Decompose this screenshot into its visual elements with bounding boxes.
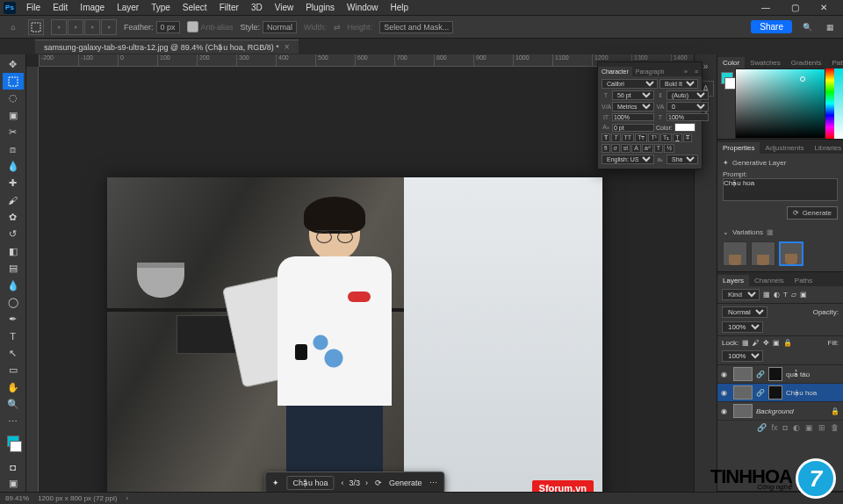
- document-dims[interactable]: 1200 px x 800 px (72 ppi): [38, 494, 117, 502]
- hscale-input[interactable]: [666, 113, 709, 121]
- strikethrough-button[interactable]: T̶: [683, 133, 692, 142]
- layer-fx-icon[interactable]: fx: [772, 423, 778, 432]
- ot-fi-button[interactable]: fi: [602, 144, 610, 153]
- menu-type[interactable]: Type: [146, 1, 176, 14]
- menu-edit[interactable]: Edit: [47, 1, 73, 14]
- hue-slider[interactable]: [825, 68, 834, 139]
- crop-tool[interactable]: ✂: [3, 125, 24, 140]
- antialias-checkbox[interactable]: Anti-alias: [187, 21, 234, 32]
- layer-mask[interactable]: [768, 367, 782, 381]
- visibility-icon[interactable]: ◉: [721, 407, 730, 415]
- leading-input[interactable]: (Auto): [666, 90, 709, 100]
- document-tab[interactable]: samsung-galaxy-tab-s9-ultra-12.jpg @ 89.…: [35, 40, 299, 54]
- menu-image[interactable]: Image: [75, 1, 110, 14]
- layer-name[interactable]: Background: [756, 407, 827, 415]
- eraser-tool[interactable]: ◧: [3, 243, 24, 259]
- eyedropper-tool[interactable]: 💧: [3, 158, 24, 174]
- visibility-icon[interactable]: ◉: [721, 389, 730, 397]
- minimize-icon[interactable]: —: [756, 1, 775, 14]
- character-panel[interactable]: Character Paragraph » ≡ CalibriBold Ital…: [597, 61, 702, 169]
- home-icon[interactable]: ⌂: [5, 19, 21, 35]
- status-chevron-icon[interactable]: ›: [126, 494, 128, 502]
- tab-swatches[interactable]: Swatches: [745, 57, 786, 68]
- menu-plugins[interactable]: Plugins: [300, 1, 340, 14]
- layer-name[interactable]: Chậu hoa: [786, 389, 839, 397]
- panel-collapse-icon[interactable]: »: [681, 67, 691, 76]
- move-tool[interactable]: ✥: [3, 56, 24, 72]
- type-tool[interactable]: T: [3, 328, 24, 344]
- ot-stylistic-button[interactable]: T: [654, 144, 663, 153]
- gen-prompt-display[interactable]: Chậu hoa: [286, 476, 334, 490]
- close-icon[interactable]: ✕: [815, 1, 832, 14]
- pen-tool[interactable]: ✒: [3, 312, 24, 328]
- background-color[interactable]: [10, 441, 22, 452]
- lock-transparency-icon[interactable]: ▦: [742, 339, 749, 347]
- opacity-input[interactable]: 100%: [722, 321, 763, 333]
- font-style-select[interactable]: Bold Italic: [659, 79, 698, 89]
- menu-window[interactable]: Window: [342, 1, 384, 14]
- menu-filter[interactable]: Filter: [214, 1, 244, 14]
- lock-all-icon[interactable]: 🔒: [783, 339, 792, 347]
- layer-row[interactable]: ◉ 🔗 quả táo: [717, 365, 843, 384]
- menu-layer[interactable]: Layer: [112, 1, 144, 14]
- adjustment-layer-icon[interactable]: ◐: [793, 423, 800, 432]
- swap-icon[interactable]: ⇄: [334, 23, 341, 32]
- brush-tool[interactable]: 🖌: [3, 192, 24, 208]
- gen-prev-icon[interactable]: ‹: [341, 479, 343, 487]
- variation-2[interactable]: [751, 241, 775, 266]
- filter-pixel-icon[interactable]: ▦: [763, 291, 770, 299]
- gen-more-icon[interactable]: ⋯: [429, 479, 437, 487]
- fill-input[interactable]: 100%: [722, 350, 763, 362]
- ot-std-button[interactable]: σ: [611, 144, 620, 153]
- tab-patterns[interactable]: Patterns: [827, 57, 844, 68]
- frame-tool[interactable]: ⧈: [3, 141, 24, 157]
- superscript-button[interactable]: T¹: [648, 133, 659, 142]
- workspace-icon[interactable]: ▦: [822, 19, 838, 35]
- selection-subtract-icon[interactable]: ▫: [84, 19, 100, 35]
- layer-mask[interactable]: [768, 385, 782, 400]
- layer-thumbnail[interactable]: [733, 404, 753, 418]
- layer-thumbnail[interactable]: [733, 367, 753, 381]
- tab-paragraph[interactable]: Paragraph: [632, 67, 668, 76]
- color-picker-field[interactable]: [735, 68, 825, 139]
- allcaps-button[interactable]: TT: [622, 133, 635, 142]
- variation-3[interactable]: [779, 241, 803, 266]
- prompt-textarea[interactable]: Chậu hoa: [723, 178, 838, 201]
- selection-new-icon[interactable]: ▫: [51, 19, 67, 35]
- tab-character[interactable]: Character: [598, 67, 632, 76]
- gen-next-icon[interactable]: ›: [365, 479, 368, 487]
- language-select[interactable]: English: USA: [602, 155, 654, 164]
- subscript-button[interactable]: T₁: [660, 133, 672, 142]
- ot-ordinals-button[interactable]: aᵈ: [642, 144, 653, 153]
- edit-toolbar[interactable]: ⋯: [3, 414, 24, 429]
- layer-row[interactable]: ◉ Background 🔒: [717, 402, 843, 421]
- style-select[interactable]: Normal: [263, 21, 297, 33]
- kerning-input[interactable]: Metrics: [612, 102, 654, 112]
- gen-regenerate-icon[interactable]: ⟳: [375, 479, 382, 487]
- marquee-tool[interactable]: [3, 73, 24, 89]
- blend-mode-select[interactable]: Normal: [722, 306, 767, 318]
- feather-input[interactable]: 0 px: [156, 21, 180, 33]
- layer-thumbnail[interactable]: [733, 385, 753, 400]
- zoom-tool[interactable]: 🔍: [3, 397, 24, 413]
- select-and-mask-button[interactable]: Select and Mask...: [379, 21, 453, 33]
- object-select-tool[interactable]: ▣: [3, 107, 24, 123]
- canvas-area[interactable]: -200-10001002003004005006007008009001000…: [26, 54, 694, 492]
- filter-type-icon[interactable]: T: [783, 291, 788, 299]
- vscale-input[interactable]: [612, 113, 654, 121]
- layer-row[interactable]: ◉ 🔗 Chậu hoa: [717, 384, 843, 402]
- visibility-icon[interactable]: ◉: [721, 371, 730, 378]
- tab-gradients[interactable]: Gradients: [786, 57, 827, 68]
- new-layer-icon[interactable]: ⊞: [818, 423, 825, 432]
- smallcaps-button[interactable]: Tᴛ: [635, 133, 647, 142]
- panel-menu-icon[interactable]: ≡: [691, 67, 702, 76]
- hand-tool[interactable]: ✋: [3, 379, 24, 395]
- lock-image-icon[interactable]: 🖌: [753, 339, 760, 347]
- trash-icon[interactable]: 🗑: [831, 423, 839, 432]
- lock-position-icon[interactable]: ✥: [763, 339, 769, 347]
- selection-intersect-icon[interactable]: ▫: [101, 19, 117, 35]
- history-brush-tool[interactable]: ↺: [3, 227, 24, 242]
- menu-view[interactable]: View: [270, 1, 299, 14]
- maximize-icon[interactable]: ▢: [786, 1, 804, 14]
- filter-smart-icon[interactable]: ▣: [800, 291, 807, 299]
